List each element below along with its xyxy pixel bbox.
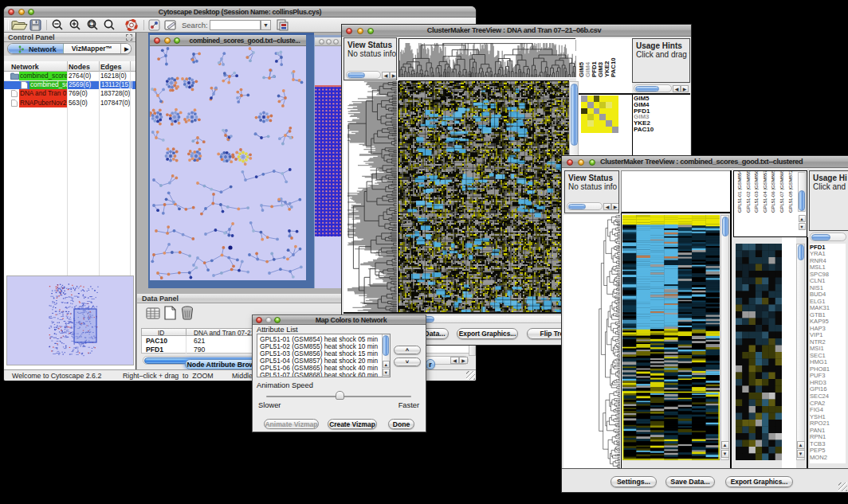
svg-text:1:1: 1:1	[88, 21, 95, 26]
